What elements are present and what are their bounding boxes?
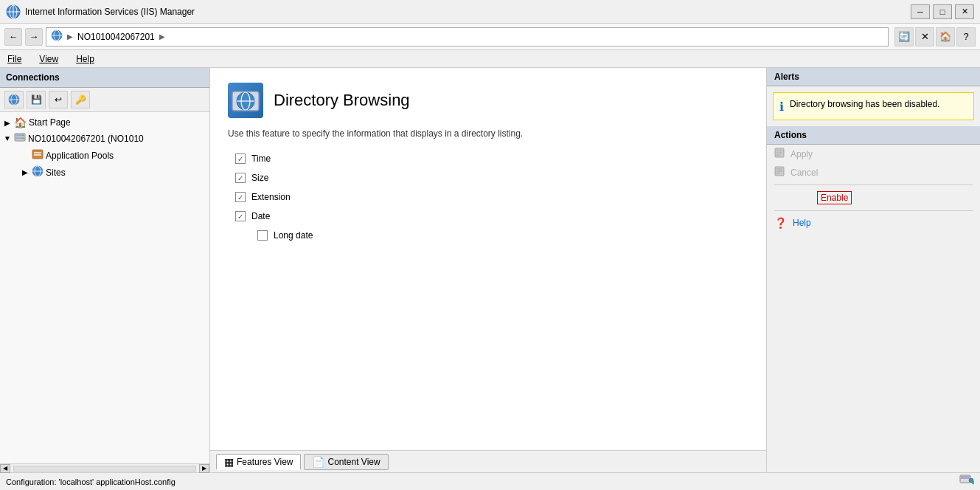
address-field[interactable]: ▶ NO1010042067201 ▶ [46, 27, 889, 46]
help-icon: ❓ [774, 217, 787, 229]
checkbox-longdate[interactable] [257, 230, 268, 241]
sites-label: Sites [46, 168, 66, 178]
status-bar: Configuration: 'localhost' applicationHo… [0, 472, 980, 490]
checkbox-time-label: Time [251, 153, 271, 164]
connections-scrollbar[interactable]: ◀ ▶ [0, 463, 209, 472]
checkbox-extension-label: Extension [251, 192, 291, 202]
connections-tree: ▶ 🏠 Start Page ▼ NO1010042067201 (NO1010 [0, 112, 209, 463]
minimize-button[interactable]: ─ [911, 4, 930, 19]
checkbox-longdate-row: Long date [228, 230, 748, 241]
content-view-icon: 📄 [312, 456, 324, 468]
forward-button[interactable]: → [25, 28, 43, 46]
page-header: Directory Browsing [228, 83, 748, 118]
expand-sites-icon: ▶ [21, 168, 29, 176]
start-page-icon: 🏠 [14, 117, 27, 128]
help-label[interactable]: Help [793, 218, 811, 228]
right-panel: Alerts ℹ Directory browsing has been dis… [766, 68, 980, 472]
checkbox-date-label: Date [251, 211, 270, 221]
checkbox-extension-row: Extension [228, 192, 748, 202]
address-arrow-1: ▶ [67, 32, 73, 41]
alert-box: ℹ Directory browsing has been disabled. [773, 92, 974, 120]
tree-item-server[interactable]: ▼ NO1010042067201 (NO1010 [0, 130, 209, 147]
menu-help[interactable]: Help [73, 52, 97, 66]
checkbox-size-label: Size [251, 173, 268, 183]
svg-rect-16 [34, 152, 41, 153]
actions-header: Actions [767, 126, 980, 145]
expand-icon: ▶ [3, 119, 12, 127]
svg-point-14 [22, 138, 24, 139]
address-site-icon [51, 30, 63, 44]
address-bar-icons: 🔄 ✕ 🏠 ? [894, 27, 976, 46]
content-area: Directory Browsing Use this feature to s… [210, 68, 766, 472]
close-button[interactable]: ✕ [955, 4, 974, 19]
connections-header: Connections [0, 68, 209, 88]
stop-button[interactable]: ✕ [915, 27, 934, 46]
status-text: Configuration: 'localhost' applicationHo… [6, 477, 176, 486]
main-layout: Connections 💾 ↩ 🔑 ▶ 🏠 Start Page [0, 68, 980, 472]
refresh-button[interactable]: 🔄 [894, 27, 914, 46]
menu-file[interactable]: File [4, 52, 24, 66]
alert-info-icon: ℹ [779, 100, 784, 114]
tab-features-label: Features View [237, 457, 293, 467]
tree-item-start-page[interactable]: ▶ 🏠 Start Page [0, 115, 209, 130]
server-icon [14, 131, 26, 145]
scroll-right-btn[interactable]: ▶ [199, 464, 209, 473]
sites-icon [32, 165, 44, 179]
action-divider-1 [774, 184, 973, 185]
checkbox-date[interactable] [235, 211, 246, 221]
app-pools-label: Application Pools [46, 151, 114, 161]
checkbox-time[interactable] [235, 153, 246, 164]
action-divider-2 [774, 210, 973, 211]
svg-point-36 [972, 481, 974, 484]
checkbox-extension[interactable] [235, 192, 246, 202]
view-tabs: ▦ Features View 📄 Content View [210, 450, 766, 472]
svg-point-13 [22, 135, 24, 137]
alert-message: Directory browsing has been disabled. [790, 99, 939, 109]
conn-tool-save[interactable]: 💾 [27, 91, 46, 108]
tree-item-app-pools[interactable]: Application Pools [0, 147, 209, 164]
home-button[interactable]: 🏠 [936, 27, 955, 46]
checkbox-time-row: Time [228, 153, 748, 164]
tree-item-sites[interactable]: ▶ Sites [0, 164, 209, 181]
page-title: Directory Browsing [274, 91, 410, 110]
tab-content-view[interactable]: 📄 Content View [304, 454, 388, 470]
page-description: Use this feature to specify the informat… [228, 128, 748, 139]
scrollbar-track[interactable] [13, 466, 196, 472]
conn-tool-globe[interactable] [4, 91, 24, 108]
conn-tool-key[interactable]: 🔑 [71, 91, 90, 108]
action-enable[interactable]: Enable [767, 188, 980, 207]
checkbox-size-row: Size [228, 173, 748, 183]
action-apply[interactable]: Apply [767, 145, 980, 163]
svg-rect-17 [34, 154, 41, 156]
address-path: NO1010042067201 [77, 32, 155, 42]
alerts-header: Alerts [767, 68, 980, 86]
features-view-icon: ▦ [224, 456, 234, 468]
start-page-label: Start Page [29, 117, 71, 128]
tab-content-label: Content View [327, 457, 380, 467]
menu-bar: File View Help [0, 50, 980, 68]
action-cancel[interactable]: Cancel [767, 163, 980, 182]
app-icon [6, 4, 21, 19]
address-arrow-2: ▶ [159, 32, 165, 41]
connections-toolbar: 💾 ↩ 🔑 [0, 88, 209, 112]
enable-button[interactable]: Enable [817, 191, 852, 204]
cancel-label: Cancel [790, 168, 818, 178]
page-header-icon [228, 83, 263, 118]
action-help[interactable]: ❓ Help [767, 214, 980, 232]
menu-view[interactable]: View [36, 52, 61, 66]
checkbox-longdate-label: Long date [274, 230, 313, 241]
actions-section: Apply Cancel Enable [767, 145, 980, 232]
help-button[interactable]: ? [956, 27, 976, 46]
window-controls: ─ □ ✕ [911, 4, 974, 19]
tab-features-view[interactable]: ▦ Features View [216, 454, 301, 470]
back-button[interactable]: ← [4, 28, 22, 46]
server-label: NO1010042067201 (NO1010 [28, 134, 144, 144]
scroll-left-btn[interactable]: ◀ [0, 464, 10, 473]
svg-rect-34 [961, 476, 970, 479]
maximize-button[interactable]: □ [933, 4, 952, 19]
conn-tool-back[interactable]: ↩ [49, 91, 68, 108]
checkbox-size[interactable] [235, 173, 246, 183]
app-pools-icon [32, 148, 44, 162]
status-icon [959, 475, 974, 489]
title-bar-left: Internet Information Services (IIS) Mana… [6, 4, 195, 19]
